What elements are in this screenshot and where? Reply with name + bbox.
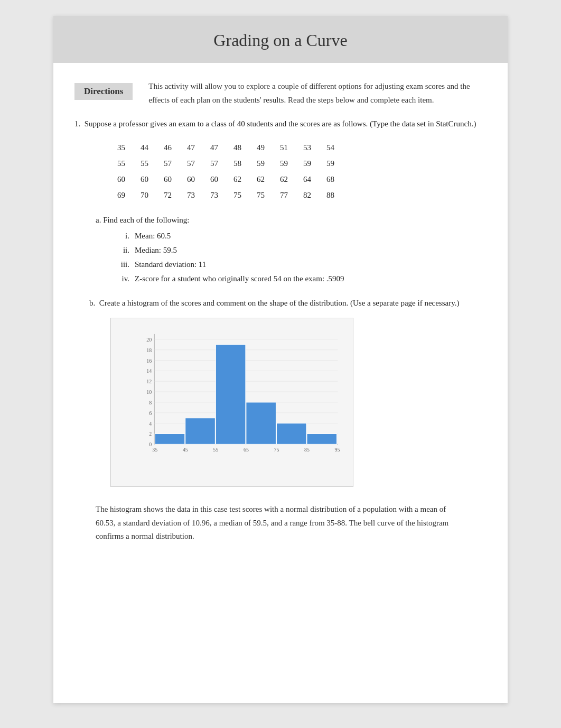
score-cell: 47 [199,140,222,155]
svg-text:65: 65 [244,447,249,453]
score-cell: 60 [129,171,153,187]
svg-text:75: 75 [274,447,279,453]
title-bar: Grading on a Curve [53,16,508,63]
svg-text:18: 18 [146,347,152,353]
score-cell: 59 [315,155,339,171]
part-b-body: Create a histogram of the scores and com… [99,299,460,307]
score-cell: 44 [129,140,153,155]
sub-label-iii: iii. [117,257,129,272]
score-cell: 59 [246,155,269,171]
svg-text:16: 16 [146,358,152,364]
score-cell: 57 [153,155,176,171]
sub-items: i. Mean: 60.5 ii. Median: 59.5 iii. Stan… [117,229,487,286]
main-content: 1. Suppose a professor gives an exam to … [53,117,508,543]
bar-3 [216,345,246,445]
question-text: 1. Suppose a professor gives an exam to … [74,117,487,130]
scores-row-4: 69 70 72 73 73 75 75 77 82 88 [106,187,487,203]
sub-label-ii: ii. [117,243,129,257]
score-cell: 60 [153,171,176,187]
svg-text:14: 14 [146,368,152,374]
bar-5 [276,423,306,445]
score-cell: 55 [106,155,129,171]
score-cell: 75 [246,187,269,203]
part-b-label: b. [89,299,99,307]
sub-text-iii: Standard deviation: 11 [135,257,206,272]
sub-label-i: i. [117,229,129,243]
part-a: a. Find each of the following: i. Mean: … [96,216,487,286]
sub-text-i: Mean: 60.5 [135,229,171,243]
histogram-container: 0 2 4 6 8 10 12 [110,318,487,487]
score-cell: 77 [269,187,292,203]
score-cell: 62 [246,171,269,187]
sub-label-iv: iv. [117,272,129,286]
score-cell: 58 [222,155,246,171]
scores-row-1: 35 44 46 47 47 48 49 51 53 54 [106,140,487,155]
score-cell: 82 [292,187,315,203]
score-cell: 48 [222,140,246,155]
score-cell: 70 [129,187,153,203]
svg-text:6: 6 [149,410,152,416]
sub-text-ii: Median: 59.5 [135,243,177,257]
bar-4 [246,402,276,444]
svg-text:0: 0 [149,441,152,447]
score-cell: 68 [315,171,339,187]
question-body: Suppose a professor gives an exam to a c… [85,119,476,128]
score-cell: 49 [246,140,269,155]
score-cell: 51 [269,140,292,155]
sub-item-iv: iv. Z-score for a student who originally… [117,272,487,286]
score-cell: 75 [222,187,246,203]
sub-text-iv: Z-score for a student who originally sco… [135,272,344,286]
svg-text:20: 20 [146,337,152,343]
score-cell: 53 [292,140,315,155]
score-cell: 57 [176,155,199,171]
directions-label: Directions [74,83,133,100]
histogram-svg: 0 2 4 6 8 10 12 [132,329,344,465]
score-cell: 60 [176,171,199,187]
part-b: b. Create a histogram of the scores and … [89,297,487,487]
svg-text:55: 55 [213,447,218,453]
svg-text:2: 2 [149,431,152,437]
scores-row-2: 55 55 57 57 57 58 59 59 59 59 [106,155,487,171]
score-cell: 69 [106,187,129,203]
svg-text:8: 8 [149,400,152,406]
svg-text:35: 35 [152,447,157,453]
score-cell: 88 [315,187,339,203]
question-1: 1. Suppose a professor gives an exam to … [74,117,487,487]
scores-grid: 35 44 46 47 47 48 49 51 53 54 55 55 57 5… [106,140,487,203]
bar-6 [307,434,337,444]
score-cell: 73 [199,187,222,203]
bar-1 [155,434,185,444]
score-cell: 57 [199,155,222,171]
conclusion-text: The histogram shows the data in this cas… [74,503,487,543]
score-cell: 72 [153,187,176,203]
score-cell: 55 [129,155,153,171]
histogram-wrapper: 0 2 4 6 8 10 12 [110,318,353,487]
score-cell: 60 [199,171,222,187]
score-cell: 73 [176,187,199,203]
directions-text: This activity will allow you to explore … [148,79,487,107]
sub-item-i: i. Mean: 60.5 [117,229,487,243]
svg-text:10: 10 [146,389,152,395]
scores-row-3: 60 60 60 60 60 62 62 62 64 68 [106,171,487,187]
score-cell: 62 [269,171,292,187]
directions-section: Directions This activity will allow you … [53,79,508,107]
score-cell: 35 [106,140,129,155]
score-cell: 60 [106,171,129,187]
part-a-label: a. Find each of the following: [96,216,487,225]
score-cell: 62 [222,171,246,187]
score-cell: 54 [315,140,339,155]
svg-text:4: 4 [149,421,152,427]
svg-text:85: 85 [304,447,310,453]
question-number: 1. [74,119,85,128]
page-title: Grading on a Curve [64,31,497,50]
svg-text:45: 45 [183,447,188,453]
score-cell: 59 [269,155,292,171]
bar-2 [185,418,216,445]
sub-item-iii: iii. Standard deviation: 11 [117,257,487,272]
svg-text:95: 95 [335,447,340,453]
score-cell: 64 [292,171,315,187]
sub-item-ii: ii. Median: 59.5 [117,243,487,257]
svg-text:12: 12 [146,379,152,384]
score-cell: 59 [292,155,315,171]
score-cell: 47 [176,140,199,155]
